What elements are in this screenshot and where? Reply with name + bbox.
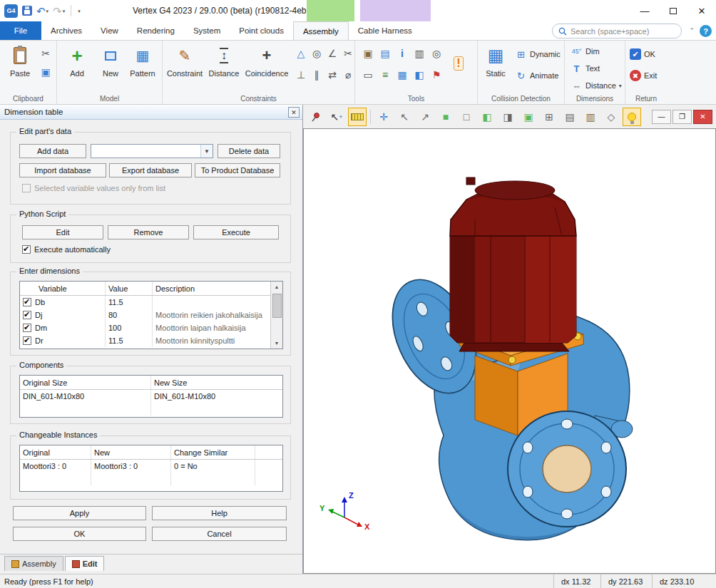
panel-tool-icon[interactable]: ◧ xyxy=(412,68,426,82)
to-product-database-button[interactable]: To Product Database xyxy=(195,163,280,177)
dim-button[interactable]: 45° Dim xyxy=(571,43,600,59)
hidden-line-cube-icon[interactable]: ◧ xyxy=(478,108,496,126)
tab-system[interactable]: System xyxy=(184,21,230,40)
row-checkbox[interactable] xyxy=(23,311,31,319)
coincidence-button[interactable]: + Coincidence xyxy=(244,43,290,91)
picture-tool-icon[interactable]: ▥ xyxy=(412,46,426,61)
python-remove-button[interactable]: Remove xyxy=(108,225,189,239)
instances-table[interactable]: Original New Change Similar Moottori3 : … xyxy=(19,445,283,492)
section-cube-icon[interactable]: ▣ xyxy=(519,108,538,126)
bottom-tab-assembly[interactable]: Assembly xyxy=(4,556,63,571)
select-add-icon[interactable]: ↖+ xyxy=(327,108,346,126)
orient-axis-icon[interactable]: ✛ xyxy=(374,108,393,126)
part-data-combobox[interactable]: ▼ xyxy=(91,144,213,158)
angle-constraint-icon[interactable]: ∠ xyxy=(325,46,339,61)
help-panel-button[interactable]: Help xyxy=(152,506,287,520)
info-tool-icon[interactable]: i xyxy=(395,46,409,61)
scroll-down-icon[interactable]: ▼ xyxy=(275,338,280,349)
dynamic-button[interactable]: ⊞ Dynamic xyxy=(515,46,561,62)
save-button[interactable] xyxy=(22,6,32,16)
dimension-row[interactable]: Dm 100 Moottorin laipan halkaisija xyxy=(20,321,282,334)
instance-row[interactable]: Moottori3 : 0 Moottori3 : 0 0 = No xyxy=(20,460,282,473)
zoom-tool-icon[interactable]: ◎ xyxy=(429,46,444,61)
shaded-cube-icon[interactable]: ■ xyxy=(436,108,455,126)
ok-button[interactable]: OK xyxy=(13,527,146,541)
redo-dropdown-icon[interactable]: ▾ xyxy=(63,9,66,14)
pin-icon[interactable] xyxy=(307,108,325,126)
constraint-button[interactable]: ✎ Constraint xyxy=(165,43,204,91)
break-constraint-icon[interactable]: ✂ xyxy=(341,46,355,61)
wireframe-cube-icon[interactable]: □ xyxy=(457,108,476,126)
concentric-constraint-icon[interactable]: ◎ xyxy=(310,46,324,61)
warning-tool-icon[interactable]: ! xyxy=(454,56,464,71)
viewport-close-button[interactable]: ✕ xyxy=(693,110,712,124)
row-checkbox[interactable] xyxy=(23,298,31,306)
selected-only-checkbox-row[interactable]: Selected variable values only from list xyxy=(22,184,165,192)
python-execute-button[interactable]: Execute xyxy=(193,225,279,239)
viewport-restore-button[interactable]: ❐ xyxy=(672,110,692,124)
scroll-thumb[interactable] xyxy=(272,294,282,318)
selected-only-checkbox[interactable] xyxy=(22,184,31,192)
triangle-constraint-icon[interactable]: △ xyxy=(294,46,308,61)
app-icon[interactable]: G4 xyxy=(4,4,18,18)
flag-tool-icon[interactable]: ⚑ xyxy=(429,68,444,82)
undo-button[interactable]: ↶▾ xyxy=(36,6,48,16)
components-table[interactable]: Original Size New Size DIN_601-M10x80 DI… xyxy=(19,375,283,418)
add-button[interactable]: + Add xyxy=(60,43,94,91)
copy-icon[interactable]: ▣ xyxy=(39,65,53,79)
tab-archives[interactable]: Archives xyxy=(41,21,91,40)
ribbon-collapse-icon[interactable]: ⌃ xyxy=(689,27,695,34)
row-checkbox[interactable] xyxy=(23,324,31,332)
add-data-button[interactable]: Add data xyxy=(19,144,86,158)
pattern-button[interactable]: ▦ Pattern xyxy=(126,43,160,91)
apply-button[interactable]: Apply xyxy=(13,506,146,520)
dimensions-table[interactable]: Variable Value Description Db 11.5 Dj 80… xyxy=(19,281,283,349)
notes-icon[interactable]: ▤ xyxy=(561,108,579,126)
maximize-button[interactable] xyxy=(659,0,687,21)
ok-ribbon-button[interactable]: ✔ OK xyxy=(630,46,655,62)
explode-cube-icon[interactable]: ⊞ xyxy=(540,108,558,126)
undo-dropdown-icon[interactable]: ▾ xyxy=(46,9,49,14)
tangent-constraint-icon[interactable]: ⌀ xyxy=(341,68,355,82)
distance-measure-button[interactable]: ⇔ Distance ▾ xyxy=(571,78,622,93)
clipboard-view-icon[interactable]: ▥ xyxy=(581,108,600,126)
measure-icon[interactable] xyxy=(348,108,367,126)
parallel-constraint-icon[interactable]: ∥ xyxy=(310,68,324,82)
dimension-row[interactable]: Dr 11.5 Moottorin kiinnityspultti xyxy=(20,334,282,347)
film-tool-icon[interactable]: ▭ xyxy=(361,68,375,82)
export-image-tool-icon[interactable]: ▤ xyxy=(378,46,392,61)
table-tool-icon[interactable]: ▦ xyxy=(395,68,409,82)
redo-button[interactable]: ↷▾ xyxy=(53,6,65,16)
tab-rendering[interactable]: Rendering xyxy=(128,21,184,40)
light-icon[interactable] xyxy=(623,108,641,126)
row-checkbox[interactable] xyxy=(23,336,31,345)
tab-cable-harness[interactable]: Cable Harness xyxy=(349,21,421,40)
viewport-minimize-button[interactable]: — xyxy=(652,110,671,124)
perpendicular-constraint-icon[interactable]: ⊥ xyxy=(294,68,308,82)
symmetric-constraint-icon[interactable]: ⇄ xyxy=(325,68,339,82)
component-row[interactable]: DIN_601-M10x80 DIN_601-M10x80 xyxy=(20,390,282,403)
dimension-row[interactable]: Db 11.5 xyxy=(20,296,282,309)
distance-constraint-button[interactable]: ↕ Distance xyxy=(205,43,242,91)
paste-button[interactable]: Paste xyxy=(3,43,37,91)
import-database-button[interactable]: Import database xyxy=(19,163,106,177)
section-plane-icon[interactable]: ◇ xyxy=(602,108,620,126)
tab-view[interactable]: View xyxy=(91,21,128,40)
bottom-tab-edit[interactable]: Edit xyxy=(65,556,105,571)
qat-customize-button[interactable]: ▾ xyxy=(77,9,81,14)
dimension-row[interactable]: Dj 80 Moottorin reikien jakohalkaisija xyxy=(20,309,282,321)
distance-dropdown-icon[interactable]: ▾ xyxy=(619,83,622,89)
tab-assembly[interactable]: Assembly xyxy=(293,21,349,40)
pan-arrow-icon[interactable]: ↖ xyxy=(395,108,414,126)
transparent-cube-icon[interactable]: ◨ xyxy=(498,108,517,126)
scroll-up-icon[interactable]: ▲ xyxy=(275,282,280,292)
panel-close-button[interactable]: ✕ xyxy=(288,107,300,118)
python-edit-button[interactable]: Edit xyxy=(22,225,103,239)
cancel-button[interactable]: Cancel xyxy=(152,527,287,541)
search-input[interactable] xyxy=(571,27,675,36)
dimensions-scrollbar[interactable]: ▲ ▼ xyxy=(270,282,282,349)
viewport-canvas[interactable]: Z X Y xyxy=(303,128,716,574)
rotate-arrow-icon[interactable]: ↗ xyxy=(416,108,434,126)
instance-row-empty[interactable] xyxy=(20,473,282,485)
tab-point-clouds[interactable]: Point clouds xyxy=(230,21,293,40)
